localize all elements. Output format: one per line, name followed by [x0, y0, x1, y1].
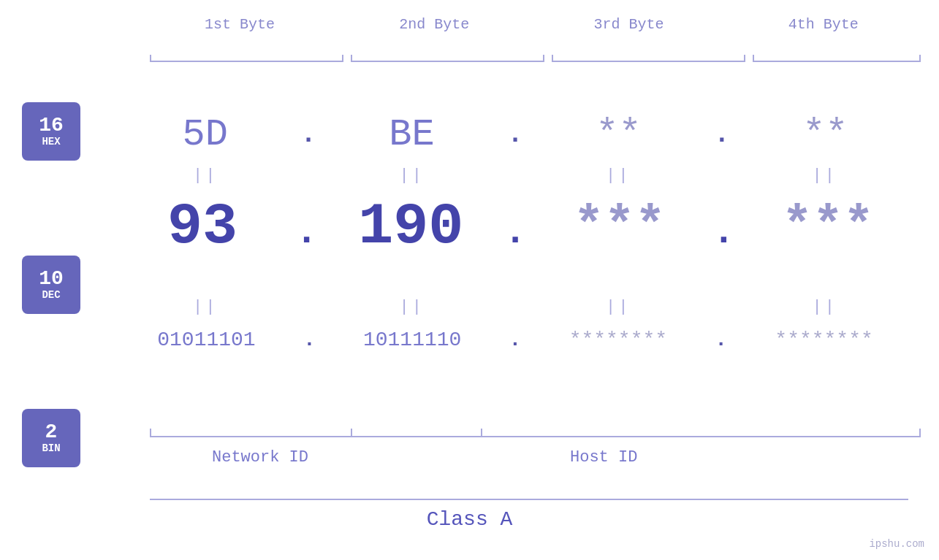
main-container: 1st Byte 2nd Byte 3rd Byte 4th Byte 16 H… [0, 0, 939, 560]
eq8: || [729, 298, 921, 316]
dec-b2: 190 [318, 193, 503, 260]
dot-hex-2: . [507, 120, 523, 150]
byte2-header: 2nd Byte [337, 16, 531, 33]
dot-dec-3: . [712, 211, 735, 260]
hex-b3: ** [523, 113, 714, 156]
hex-b2: BE [316, 113, 507, 156]
dec-badge: 10 DEC [22, 256, 80, 314]
dec-row: 93 . 190 . *** . *** [110, 193, 921, 260]
dot-dec-1: . [295, 211, 318, 260]
bracket-b3 [552, 55, 745, 68]
bin-b4: ******** [727, 329, 921, 351]
dot-bin-1: . [303, 329, 316, 351]
dec-b4: *** [735, 198, 921, 256]
dot-bin-2: . [509, 329, 522, 351]
base-labels: 16 HEX 10 DEC 2 BIN [22, 102, 80, 467]
dec-b3: *** [527, 198, 712, 256]
dot-hex-3: . [714, 120, 730, 150]
dot-hex-1: . [300, 120, 316, 150]
bin-badge: 2 BIN [22, 409, 80, 467]
dot-dec-2: . [503, 211, 526, 260]
eq3: || [522, 166, 715, 185]
eq6: || [316, 298, 509, 316]
bin-row: 01011101 . 10111110 . ******** . *******… [110, 329, 921, 351]
byte3-header: 3rd Byte [532, 16, 726, 33]
host-id-label: Host ID [570, 448, 637, 467]
byte4-header: 4th Byte [726, 16, 921, 33]
watermark: ipshu.com [869, 538, 924, 550]
bin-b2: 10111110 [316, 329, 509, 351]
hex-b4: ** [730, 113, 921, 156]
bin-b3: ******** [521, 329, 715, 351]
byte-headers: 1st Byte 2nd Byte 3rd Byte 4th Byte [142, 16, 921, 33]
class-line [150, 499, 908, 500]
byte1-header: 1st Byte [142, 16, 337, 33]
eq2: || [316, 166, 509, 185]
dot-bin-3: . [715, 329, 727, 351]
bracket-b4 [753, 55, 921, 68]
host-bracket [351, 423, 921, 437]
bracket-b2 [351, 55, 544, 68]
hex-b1: 5D [110, 113, 300, 156]
eq7: || [522, 298, 715, 316]
class-label: Class A [427, 508, 513, 531]
bracket-b1 [150, 55, 343, 68]
eq4: || [729, 166, 921, 185]
bin-b1: 01011101 [110, 329, 303, 351]
eq-hex-dec: || || || || [110, 166, 921, 185]
eq5: || [110, 298, 302, 316]
hex-row: 5D . BE . ** . ** [110, 113, 921, 156]
network-id-label: Network ID [212, 448, 308, 467]
eq-dec-bin: || || || || [110, 298, 921, 316]
dec-b1: 93 [110, 193, 295, 260]
hex-badge: 16 HEX [22, 102, 80, 161]
eq1: || [110, 166, 302, 185]
